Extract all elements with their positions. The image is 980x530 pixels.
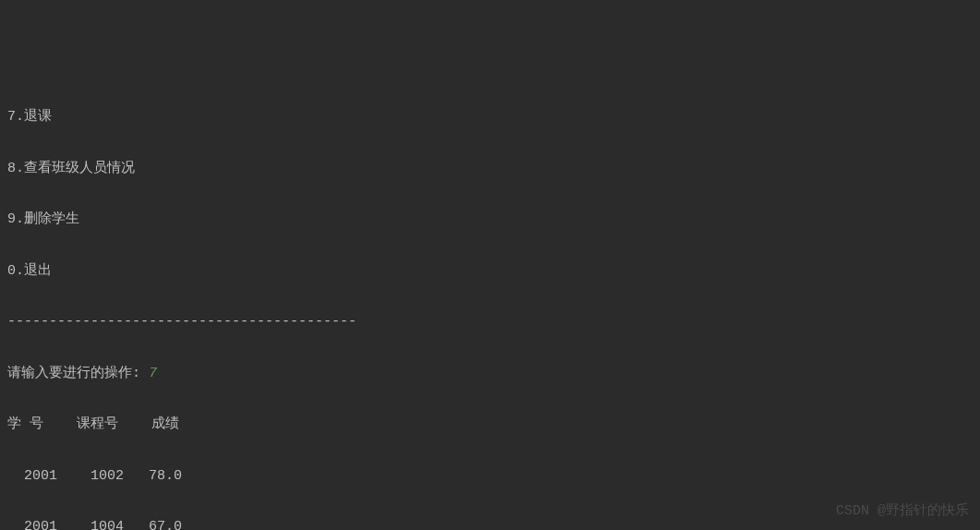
menu-item-9: 9.删除学生 (7, 207, 973, 233)
watermark: CSDN @野指针的快乐 (836, 499, 969, 524)
prompt-operation-label: 请输入要进行的操作: (7, 366, 149, 381)
table-row: 2001 1004 67.0 (7, 514, 973, 530)
menu-item-0: 0.退出 (7, 259, 973, 284)
operation-input[interactable]: 7 (149, 366, 157, 381)
separator: ----------------------------------------… (7, 309, 973, 335)
table-header: 学 号 课程号 成绩 (7, 412, 973, 438)
prompt-operation: 请输入要进行的操作: 7 (7, 361, 973, 387)
menu-item-7: 7.退课 (7, 104, 973, 130)
menu-item-8: 8.查看班级人员情况 (7, 156, 973, 182)
table-row: 2001 1002 78.0 (7, 464, 973, 489)
